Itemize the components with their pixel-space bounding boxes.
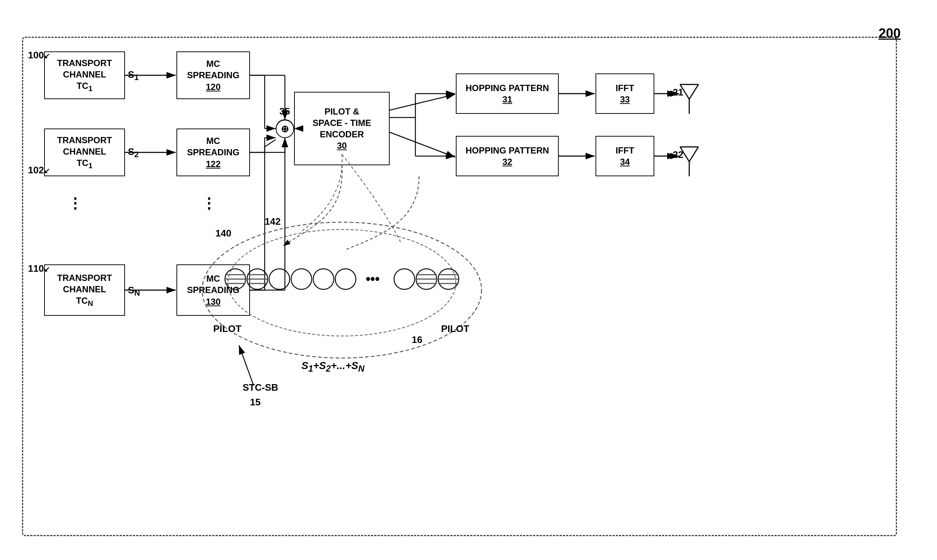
svg-point-35 (313, 269, 334, 289)
pilot-label-right: PILOT (441, 323, 469, 335)
ref-140: 140 (215, 228, 231, 239)
signal-s1: S1 (128, 69, 139, 82)
block-ifft33: IFFT33 (596, 74, 655, 114)
block-tc1: TRANSPORTCHANNELTC1 (44, 51, 125, 99)
block-tc1b: TRANSPORTCHANNELTC1 (44, 129, 125, 176)
sum-junction-circle: ⊕ (276, 120, 294, 138)
ref-35: 35 (279, 106, 290, 117)
sum-formula: S1+S2+...+SN (301, 360, 364, 374)
ref-110: 110↙ (28, 263, 50, 274)
ref-100: 100↙ (28, 49, 50, 61)
svg-line-55 (689, 147, 698, 162)
svg-point-38 (394, 269, 415, 289)
block-tcn: TRANSPORTCHANNELTCN (44, 265, 125, 316)
ref-16: 16 (412, 334, 422, 346)
block-mc120: MCSPREADING120 (176, 51, 250, 99)
dots-tc: ⋮ (68, 195, 83, 212)
label-200: 200 (878, 26, 901, 41)
block-ifft34: IFFT34 (596, 136, 655, 176)
block-hp32: HOPPING PATTERN32 (456, 136, 559, 176)
svg-line-51 (689, 85, 698, 99)
block-mc122: MCSPREADING122 (176, 129, 250, 176)
stcsb-num: 15 (250, 397, 261, 408)
antenna-21 (676, 77, 702, 121)
svg-line-50 (680, 85, 689, 99)
svg-line-47 (239, 345, 254, 386)
signal-s2: S2 (128, 146, 139, 159)
antenna-22 (676, 140, 702, 184)
svg-line-54 (680, 147, 689, 162)
diagram-container: 200 TRANSPORTCHANNELTC1 TRANSPORTCHANNEL… (15, 15, 923, 547)
signal-sn: SN (128, 285, 140, 298)
ref-102: 102↙ (28, 165, 50, 176)
svg-point-34 (291, 269, 312, 289)
stcsb-arrow (228, 323, 301, 397)
block-pste: PILOT &SPACE - TIMEENCODER30 (294, 92, 390, 165)
svg-point-33 (269, 269, 290, 289)
svg-text:•••: ••• (366, 271, 380, 286)
block-hp31: HOPPING PATTERN31 (456, 74, 559, 114)
ref-142: 142 (265, 216, 281, 227)
svg-point-36 (335, 269, 356, 289)
